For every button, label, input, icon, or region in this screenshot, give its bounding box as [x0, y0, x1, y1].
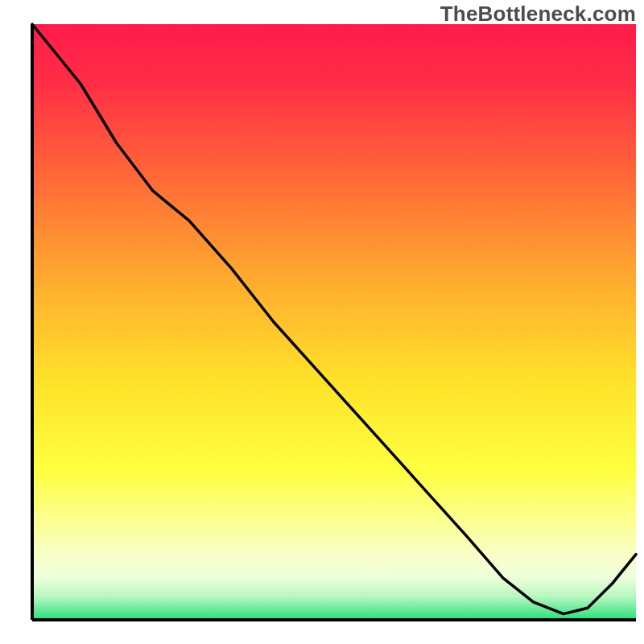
gradient-background: [32, 24, 636, 620]
bottleneck-chart: [0, 0, 644, 644]
chart-frame: TheBottleneck.com: [0, 0, 644, 644]
